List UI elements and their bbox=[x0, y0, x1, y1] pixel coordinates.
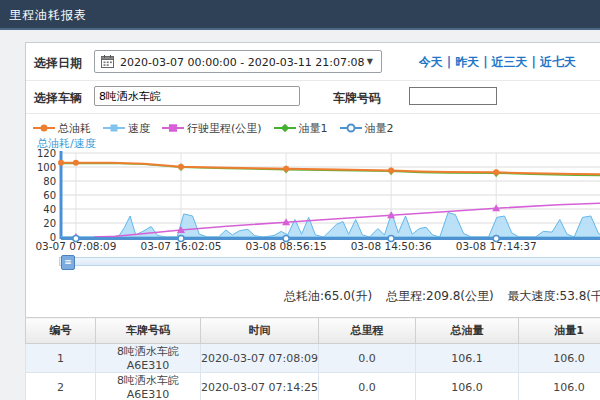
series-line-总油耗 bbox=[61, 163, 600, 175]
legend-item-5[interactable]: 油量2 bbox=[340, 121, 394, 136]
calendar-icon bbox=[101, 55, 114, 68]
report-table: 编号车牌号码时间总里程总油量油量118吨洒水车皖A6E3102020-03-07… bbox=[25, 317, 600, 400]
legend-item-2[interactable]: 速度 bbox=[103, 121, 150, 136]
y-tick-label: 80 bbox=[43, 176, 56, 187]
chart-marker-circle-open bbox=[73, 235, 79, 241]
table-cell: 1 bbox=[26, 344, 96, 373]
chart-marker-circle-open bbox=[283, 235, 289, 241]
table-cell: 0.0 bbox=[319, 344, 416, 373]
chart-marker-circle-open bbox=[178, 235, 184, 241]
chevron-down-icon[interactable]: ▼ bbox=[367, 57, 373, 66]
legend-label: 油量1 bbox=[299, 121, 328, 136]
total-fuel-consumed: 总耗油:65.0(升) bbox=[284, 289, 372, 303]
diamond-legend-icon bbox=[274, 123, 296, 133]
y-tick-label: 40 bbox=[43, 204, 56, 215]
y-tick-label: 60 bbox=[43, 190, 56, 201]
legend-label: 油量2 bbox=[365, 121, 394, 136]
y-tick-label: 20 bbox=[43, 218, 56, 229]
table-header-cell: 总油量 bbox=[416, 318, 519, 344]
summary-stats: 总耗油:65.0(升) 总里程:209.8(公里) 最大速度:53.8(千米/小… bbox=[284, 288, 600, 305]
date-filter-row: 选择日期 2020-03-07 00:00:00 - 2020-03-11 21… bbox=[26, 43, 600, 81]
quick-link-yesterday[interactable]: 昨天 bbox=[455, 55, 479, 69]
table-header-row: 编号车牌号码时间总里程总油量油量1 bbox=[26, 318, 600, 344]
circle-legend-icon bbox=[33, 123, 55, 133]
chart-marker-circle bbox=[493, 169, 499, 175]
date-range-value: 2020-03-07 00:00:00 - 2020-03-11 21:07:0… bbox=[120, 56, 365, 69]
plate-input[interactable] bbox=[409, 87, 497, 105]
legend-item-4[interactable]: 油量1 bbox=[274, 121, 328, 136]
vehicle-filter-row: 选择车辆 车牌号码 bbox=[26, 80, 600, 114]
date-range-picker[interactable]: 2020-03-07 00:00:00 - 2020-03-11 21:07:0… bbox=[94, 50, 382, 73]
chart-marker-circle bbox=[388, 168, 394, 174]
fuel-mileage-chart: 02040608010012003-07 07:08:0903-07 16:02… bbox=[26, 147, 600, 259]
quick-date-links: 今天|昨天|近三天|近七天 bbox=[416, 54, 579, 71]
chart-marker-circle bbox=[178, 164, 184, 170]
chart-marker-circle bbox=[58, 160, 64, 166]
quick-link-separator: | bbox=[532, 55, 536, 69]
table-cell: 0.0 bbox=[319, 373, 416, 400]
vehicle-label: 选择车辆 bbox=[34, 90, 82, 107]
table-row: 28吨洒水车皖A6E3102020-03-07 07:14:250.0106.0… bbox=[26, 373, 600, 400]
table-cell: 2020-03-07 07:14:25 bbox=[201, 373, 319, 400]
chart-scrollbar[interactable]: ≡ bbox=[59, 257, 600, 266]
circle-open-legend-icon bbox=[340, 123, 362, 133]
chart-legend: 总油耗速度行驶里程(公里)油量1油量2 bbox=[33, 120, 394, 136]
max-speed: 最大速度:53.8(千米/小时) bbox=[508, 289, 600, 303]
table-cell: 106.1 bbox=[416, 344, 519, 373]
table-header-cell: 车牌号码 bbox=[96, 318, 201, 344]
triangle-legend-icon bbox=[162, 123, 184, 133]
quick-link-today[interactable]: 今天 bbox=[419, 55, 443, 69]
report-screen: 里程油耗报表 选择日期 2020-03-07 00:00:00 - 2020-0… bbox=[0, 0, 600, 400]
table-cell: 106.0 bbox=[416, 373, 519, 400]
total-mileage: 总里程:209.8(公里) bbox=[386, 289, 494, 303]
table-header-cell: 编号 bbox=[26, 318, 96, 344]
page-title: 里程油耗报表 bbox=[9, 7, 87, 24]
table-header-cell: 总里程 bbox=[319, 318, 416, 344]
y-tick-label: 120 bbox=[37, 148, 56, 159]
quick-link-last-7-days[interactable]: 近七天 bbox=[540, 55, 576, 69]
table-row: 18吨洒水车皖A6E3102020-03-07 07:08:090.0106.1… bbox=[26, 344, 600, 373]
scrollbar-handle[interactable]: ≡ bbox=[61, 255, 75, 270]
page-header: 里程油耗报表 bbox=[0, 0, 600, 30]
table-cell: 106.0 bbox=[519, 344, 600, 373]
table-cell: 8吨洒水车皖A6E310 bbox=[96, 344, 201, 373]
table-header-cell: 油量1 bbox=[519, 318, 600, 344]
chart-marker-circle-open bbox=[493, 235, 499, 241]
legend-label: 速度 bbox=[128, 121, 150, 136]
chart-marker-circle-open bbox=[388, 235, 394, 241]
y-tick-label: 100 bbox=[37, 162, 56, 173]
report-panel: 选择日期 2020-03-07 00:00:00 - 2020-03-11 21… bbox=[25, 42, 600, 400]
legend-label: 总油耗 bbox=[58, 121, 91, 136]
legend-label: 行驶里程(公里) bbox=[187, 121, 262, 136]
chart-marker-circle bbox=[283, 166, 289, 172]
table-cell: 2 bbox=[26, 373, 96, 400]
quick-link-separator: | bbox=[447, 55, 451, 69]
table-cell: 8吨洒水车皖A6E310 bbox=[96, 373, 201, 400]
table-cell: 106.0 bbox=[519, 373, 600, 400]
plate-label: 车牌号码 bbox=[333, 90, 381, 107]
legend-item-1[interactable]: 总油耗 bbox=[33, 121, 91, 136]
legend-item-3[interactable]: 行驶里程(公里) bbox=[162, 121, 262, 136]
quick-link-last-3-days[interactable]: 近三天 bbox=[492, 55, 528, 69]
table-header-cell: 时间 bbox=[201, 318, 319, 344]
table-cell: 2020-03-07 07:08:09 bbox=[201, 344, 319, 373]
square-legend-icon bbox=[103, 123, 125, 133]
quick-link-separator: | bbox=[483, 55, 487, 69]
date-label: 选择日期 bbox=[34, 55, 82, 72]
vehicle-input[interactable] bbox=[94, 86, 300, 106]
chart-marker-circle bbox=[73, 160, 79, 166]
